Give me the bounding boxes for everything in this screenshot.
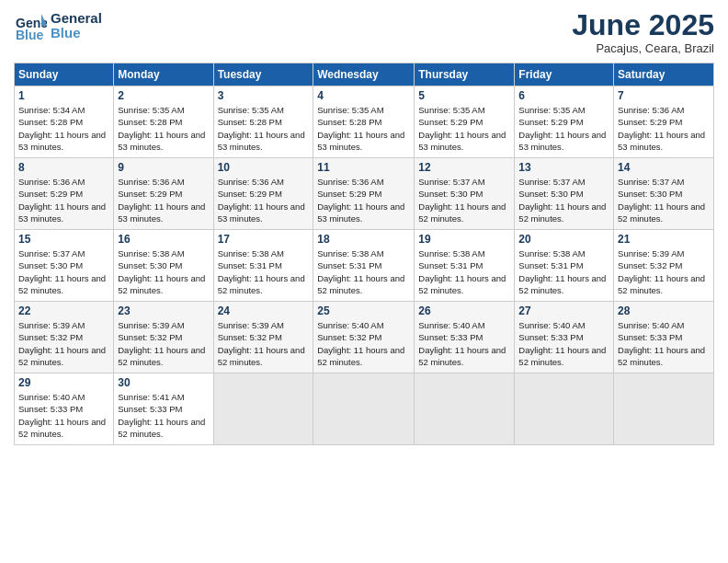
main-container: General Blue General Blue June 2025 Paca… xyxy=(0,0,728,454)
day-info: Sunrise: 5:40 AMSunset: 5:33 PMDaylight:… xyxy=(418,319,510,368)
col-wednesday: Wednesday xyxy=(313,63,415,86)
table-row: 5Sunrise: 5:35 AMSunset: 5:29 PMDaylight… xyxy=(415,86,515,158)
day-number: 9 xyxy=(118,161,209,174)
day-number: 4 xyxy=(317,89,410,102)
day-info: Sunrise: 5:38 AMSunset: 5:31 PMDaylight:… xyxy=(218,247,310,296)
table-row: 29Sunrise: 5:40 AMSunset: 5:33 PMDayligh… xyxy=(15,373,114,445)
table-row: 2Sunrise: 5:35 AMSunset: 5:28 PMDaylight… xyxy=(114,86,213,158)
table-row: 8Sunrise: 5:36 AMSunset: 5:29 PMDaylight… xyxy=(15,158,114,230)
table-row xyxy=(515,373,614,445)
day-number: 23 xyxy=(118,304,209,317)
day-info: Sunrise: 5:38 AMSunset: 5:31 PMDaylight:… xyxy=(418,247,510,296)
table-row: 19Sunrise: 5:38 AMSunset: 5:31 PMDayligh… xyxy=(415,230,515,302)
day-number: 30 xyxy=(118,376,209,389)
day-info: Sunrise: 5:35 AMSunset: 5:28 PMDaylight:… xyxy=(118,104,209,153)
header: General Blue General Blue June 2025 Paca… xyxy=(14,9,714,55)
day-info: Sunrise: 5:37 AMSunset: 5:30 PMDaylight:… xyxy=(518,176,609,224)
day-number: 8 xyxy=(18,161,109,174)
day-info: Sunrise: 5:35 AMSunset: 5:28 PMDaylight:… xyxy=(218,104,310,153)
day-info: Sunrise: 5:39 AMSunset: 5:32 PMDaylight:… xyxy=(218,319,310,368)
day-info: Sunrise: 5:35 AMSunset: 5:29 PMDaylight:… xyxy=(418,104,510,153)
table-row: 17Sunrise: 5:38 AMSunset: 5:31 PMDayligh… xyxy=(213,230,313,302)
day-number: 7 xyxy=(618,89,710,102)
table-row: 7Sunrise: 5:36 AMSunset: 5:29 PMDaylight… xyxy=(614,86,714,158)
col-tuesday: Tuesday xyxy=(213,63,313,86)
day-info: Sunrise: 5:34 AMSunset: 5:28 PMDaylight:… xyxy=(18,104,109,153)
month-year: June 2025 xyxy=(572,9,714,41)
day-info: Sunrise: 5:36 AMSunset: 5:29 PMDaylight:… xyxy=(317,176,410,224)
day-number: 22 xyxy=(18,304,109,317)
day-number: 20 xyxy=(518,233,609,246)
day-number: 28 xyxy=(618,304,710,317)
table-row: 12Sunrise: 5:37 AMSunset: 5:30 PMDayligh… xyxy=(415,158,515,230)
table-row: 16Sunrise: 5:38 AMSunset: 5:30 PMDayligh… xyxy=(114,230,213,302)
calendar-table: Sunday Monday Tuesday Wednesday Thursday… xyxy=(14,63,714,445)
day-info: Sunrise: 5:38 AMSunset: 5:31 PMDaylight:… xyxy=(518,247,609,296)
day-number: 17 xyxy=(218,233,310,246)
day-number: 29 xyxy=(18,376,109,389)
table-row: 22Sunrise: 5:39 AMSunset: 5:32 PMDayligh… xyxy=(15,302,114,373)
logo-blue: Blue xyxy=(51,26,102,41)
col-sunday: Sunday xyxy=(15,63,114,86)
day-info: Sunrise: 5:41 AMSunset: 5:33 PMDaylight:… xyxy=(118,391,209,440)
day-number: 19 xyxy=(418,233,510,246)
day-info: Sunrise: 5:38 AMSunset: 5:31 PMDaylight:… xyxy=(317,247,410,296)
day-info: Sunrise: 5:36 AMSunset: 5:29 PMDaylight:… xyxy=(118,176,209,224)
col-thursday: Thursday xyxy=(415,63,515,86)
table-row: 14Sunrise: 5:37 AMSunset: 5:30 PMDayligh… xyxy=(614,158,714,230)
day-info: Sunrise: 5:39 AMSunset: 5:32 PMDaylight:… xyxy=(618,247,710,296)
day-number: 12 xyxy=(418,161,510,174)
table-row xyxy=(213,373,313,445)
day-info: Sunrise: 5:36 AMSunset: 5:29 PMDaylight:… xyxy=(618,104,710,153)
col-saturday: Saturday xyxy=(614,63,714,86)
table-row: 11Sunrise: 5:36 AMSunset: 5:29 PMDayligh… xyxy=(313,158,415,230)
day-info: Sunrise: 5:40 AMSunset: 5:33 PMDaylight:… xyxy=(618,319,710,368)
table-row: 20Sunrise: 5:38 AMSunset: 5:31 PMDayligh… xyxy=(515,230,614,302)
day-number: 2 xyxy=(118,89,209,102)
day-number: 3 xyxy=(218,89,310,102)
day-info: Sunrise: 5:37 AMSunset: 5:30 PMDaylight:… xyxy=(618,176,710,224)
location: Pacajus, Ceara, Brazil xyxy=(572,41,714,55)
day-number: 25 xyxy=(317,304,410,317)
table-row: 23Sunrise: 5:39 AMSunset: 5:32 PMDayligh… xyxy=(114,302,213,373)
table-row: 30Sunrise: 5:41 AMSunset: 5:33 PMDayligh… xyxy=(114,373,213,445)
day-number: 10 xyxy=(218,161,310,174)
table-row: 4Sunrise: 5:35 AMSunset: 5:28 PMDaylight… xyxy=(313,86,415,158)
table-row: 28Sunrise: 5:40 AMSunset: 5:33 PMDayligh… xyxy=(614,302,714,373)
day-info: Sunrise: 5:35 AMSunset: 5:28 PMDaylight:… xyxy=(317,104,410,153)
table-row: 13Sunrise: 5:37 AMSunset: 5:30 PMDayligh… xyxy=(515,158,614,230)
table-row xyxy=(313,373,415,445)
svg-text:Blue: Blue xyxy=(16,28,44,42)
day-number: 18 xyxy=(317,233,410,246)
table-row xyxy=(614,373,714,445)
day-number: 13 xyxy=(518,161,609,174)
day-info: Sunrise: 5:40 AMSunset: 5:33 PMDaylight:… xyxy=(18,391,109,440)
day-info: Sunrise: 5:37 AMSunset: 5:30 PMDaylight:… xyxy=(18,247,109,296)
day-number: 1 xyxy=(18,89,109,102)
logo-icon: General Blue xyxy=(14,9,47,42)
logo-general: General xyxy=(51,11,102,27)
day-info: Sunrise: 5:39 AMSunset: 5:32 PMDaylight:… xyxy=(18,319,109,368)
table-row: 3Sunrise: 5:35 AMSunset: 5:28 PMDaylight… xyxy=(213,86,313,158)
table-row: 25Sunrise: 5:40 AMSunset: 5:32 PMDayligh… xyxy=(313,302,415,373)
title-block: June 2025 Pacajus, Ceara, Brazil xyxy=(572,9,714,55)
day-info: Sunrise: 5:39 AMSunset: 5:32 PMDaylight:… xyxy=(118,319,209,368)
day-number: 21 xyxy=(618,233,710,246)
table-row: 1Sunrise: 5:34 AMSunset: 5:28 PMDaylight… xyxy=(15,86,114,158)
table-row: 6Sunrise: 5:35 AMSunset: 5:29 PMDaylight… xyxy=(515,86,614,158)
day-info: Sunrise: 5:40 AMSunset: 5:33 PMDaylight:… xyxy=(518,319,609,368)
col-monday: Monday xyxy=(114,63,213,86)
table-row: 24Sunrise: 5:39 AMSunset: 5:32 PMDayligh… xyxy=(213,302,313,373)
day-number: 5 xyxy=(418,89,510,102)
table-row: 27Sunrise: 5:40 AMSunset: 5:33 PMDayligh… xyxy=(515,302,614,373)
day-info: Sunrise: 5:35 AMSunset: 5:29 PMDaylight:… xyxy=(518,104,609,153)
logo: General Blue General Blue xyxy=(14,9,102,42)
day-number: 14 xyxy=(618,161,710,174)
day-info: Sunrise: 5:36 AMSunset: 5:29 PMDaylight:… xyxy=(18,176,109,224)
day-number: 26 xyxy=(418,304,510,317)
table-row: 26Sunrise: 5:40 AMSunset: 5:33 PMDayligh… xyxy=(415,302,515,373)
day-info: Sunrise: 5:36 AMSunset: 5:29 PMDaylight:… xyxy=(218,176,310,224)
day-number: 6 xyxy=(518,89,609,102)
day-info: Sunrise: 5:40 AMSunset: 5:32 PMDaylight:… xyxy=(317,319,410,368)
day-info: Sunrise: 5:38 AMSunset: 5:30 PMDaylight:… xyxy=(118,247,209,296)
